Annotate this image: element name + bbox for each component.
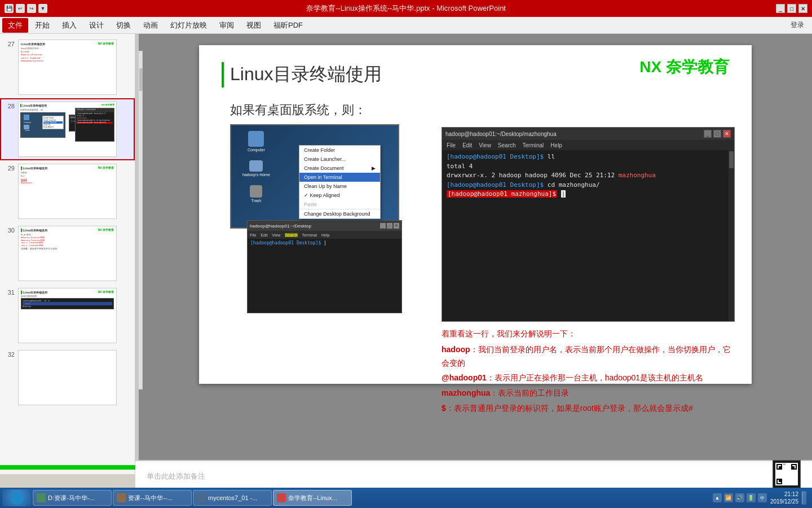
trash-icon-img <box>250 185 262 198</box>
tray-network-icon: 📶 <box>724 493 733 502</box>
ctx-change-bg[interactable]: Change Desktop Background <box>299 209 380 218</box>
slide-thumb-32[interactable]: 32 <box>0 347 135 409</box>
taskbar-app-vmware-label: mycentos7_01 -... <box>208 494 257 501</box>
term-small-menu: File Edit View Search Terminal Help <box>248 231 401 239</box>
term-menu-view[interactable]: View <box>272 233 280 237</box>
show-desktop-button[interactable] <box>802 491 806 505</box>
slide-canvas: Linux目录终端使用 NX 奈学教育 如果有桌面版系统，则： Computer <box>199 45 752 384</box>
slide-thumb-28[interactable]: 28 Linux目录终端使用 如果有桌面版系统，则： Computer Home <box>0 98 135 160</box>
brand-logo: NX 奈学教育 <box>639 56 729 78</box>
term-large-titlebar: hadoop@hadoop01:~/Desktop/mazhonghua _ □… <box>442 128 734 140</box>
menu-view[interactable]: 视图 <box>241 18 267 33</box>
trash-icon: Trash <box>242 185 270 203</box>
system-clock: 21:12 2019/12/25 <box>770 491 798 505</box>
menu-animation[interactable]: 动画 <box>138 18 164 33</box>
term-line-2: total 4 <box>447 162 730 172</box>
slide-thumb-31[interactable]: 31 Linux目录终端使用 命令行格式说明 [hadoop@hadoop01 … <box>0 284 135 347</box>
term-line-4: [hadoop@hadoop01 Desktop]$ cd mazhonghua… <box>447 181 730 190</box>
term-small-maximize[interactable]: □ <box>387 223 392 229</box>
ctx-create-launcher[interactable]: Create Launcher... <box>299 155 380 164</box>
term-menu-edit[interactable]: Edit <box>261 233 267 237</box>
term-large-menu-search[interactable]: Search <box>498 142 516 148</box>
term-large-close[interactable]: ✕ <box>723 130 731 138</box>
term-large-controls: _ □ ✕ <box>704 130 731 138</box>
term-small-close[interactable]: ✕ <box>394 223 399 229</box>
ctx-create-folder[interactable]: Create Folder <box>299 146 380 155</box>
anno-hadoop: hadoop：我们当前登录的用户名，表示当前那个用户在做操作，当你切换用户，它会… <box>442 343 735 370</box>
term-large-body: [hadoop@hadoop01 Desktop]$ ll total 4 dr… <box>442 150 734 321</box>
customize-icon[interactable]: ▼ <box>38 4 47 13</box>
term-small-minimize[interactable]: _ <box>380 223 386 229</box>
home-icon-img <box>249 160 263 172</box>
ctx-keep-aligned[interactable]: ✓ Keep Aligned <box>299 191 380 200</box>
menu-insert[interactable]: 插入 <box>56 18 82 33</box>
desktop-screenshot: Computer hadoop's Home Trash Cr <box>230 124 399 229</box>
slide-num-29: 29 <box>5 164 15 172</box>
window-title: 奈学教育--Linux操作系统--马中华.pptx - Microsoft Po… <box>306 3 506 14</box>
menu-design[interactable]: 设计 <box>83 18 109 33</box>
terminal-scrollbar[interactable] <box>729 150 734 321</box>
minimize-button[interactable]: _ <box>776 4 785 13</box>
annotation-text: 着重看这一行，我们来分解说明一下： hadoop：我们当前登录的用户名，表示当前… <box>442 327 735 415</box>
taskbar-right: ▲ 📶 🔊 🔋 中 21:12 2019/12/25 <box>713 491 810 505</box>
start-button[interactable] <box>2 489 32 506</box>
menu-file[interactable]: 文件 <box>2 18 28 33</box>
term-small-cursor[interactable]: | <box>324 240 326 246</box>
term-line-5: [hadoop@hadoop01 mazhonghua]$ | <box>447 190 730 199</box>
term-large-menu-terminal[interactable]: Terminal <box>523 142 544 148</box>
taskbar-app-folder2[interactable]: 资课--马中华--... <box>113 490 192 506</box>
term-large-maximize[interactable]: □ <box>713 130 721 138</box>
menu-review[interactable]: 审阅 <box>214 18 240 33</box>
taskbar-app-vmware[interactable]: mycentos7_01 -... <box>193 490 272 506</box>
term-menu-terminal[interactable]: Terminal <box>302 233 317 237</box>
term-menu-file[interactable]: File <box>250 233 256 237</box>
slide-thumbnail-29: Linux目录终端使用 ls命令： ls -l total 4 drwxrwxr… <box>18 164 117 219</box>
close-button[interactable]: ✕ <box>798 4 807 13</box>
term-large-menubar: File Edit View Search Terminal Help <box>442 140 734 150</box>
term-small-prompt: [hadoop@hadoop01 Desktop]$ <box>250 240 324 246</box>
term-large-menu-help[interactable]: Help <box>550 142 562 148</box>
term-menu-search[interactable]: Search <box>285 233 297 237</box>
taskbar-app-folder[interactable]: D:资课-马中华-... <box>33 490 112 506</box>
login-button[interactable]: 登录 <box>785 19 810 32</box>
taskbar-app-ppt[interactable]: 奈学教育--Linux... <box>273 490 352 506</box>
vmware-icon <box>197 493 206 502</box>
slide-main-title: Linux目录终端使用 <box>230 62 382 87</box>
menu-slideshow[interactable]: 幻灯片放映 <box>165 18 213 33</box>
menu-transition[interactable]: 切换 <box>111 18 136 33</box>
windows-logo-icon <box>10 491 24 505</box>
save-icon[interactable]: 💾 <box>5 4 14 13</box>
ctx-create-document[interactable]: Create Document▶ <box>299 164 380 173</box>
menu-start[interactable]: 开始 <box>29 18 55 33</box>
desktop-background: Computer hadoop's Home Trash Cr <box>231 125 398 227</box>
anno-heading: 着重看这一行，我们来分解说明一下： <box>442 327 735 341</box>
ctx-open-terminal[interactable]: Open in Terminal <box>299 173 380 182</box>
undo-icon[interactable]: ↩ <box>16 4 25 13</box>
term-small-titlebar: hadoop@hadoop01:~/Desktop _ □ ✕ <box>248 221 401 231</box>
quick-access-toolbar: 💾 ↩ ↪ ▼ <box>5 4 47 13</box>
slide-thumb-30[interactable]: 30 Linux目录终端使用 ls -al 命令： drwxr-xr-x. 3 … <box>0 222 135 284</box>
redo-icon[interactable]: ↪ <box>27 4 36 13</box>
term-large-menu-edit[interactable]: Edit <box>462 142 472 148</box>
term-large-menu-file[interactable]: File <box>447 142 456 148</box>
tray-icon-1: ▲ <box>713 493 722 502</box>
ctx-paste[interactable]: Paste <box>299 200 380 209</box>
anno-dollar: $：表示普通用户登录的标识符，如果是root账户登录，那么就会显示成# <box>442 402 735 415</box>
term-menu-help[interactable]: Help <box>321 233 329 237</box>
slide-thumbnail-27: Linux目录终端使用 linux目录操作命令： ls -l /etc/ drw… <box>18 40 117 95</box>
term-large-menu-view[interactable]: View <box>479 142 491 148</box>
anno-mazhonghua: mazhonghua：表示当前的工作目录 <box>442 387 735 400</box>
slide-thumbnail-31: Linux目录终端使用 命令行格式说明 [hadoop@hadoop01 ~]$… <box>18 288 117 343</box>
menu-foxitpdf[interactable]: 福昕PDF <box>268 18 308 33</box>
ctx-clean-up[interactable]: Clean Up by Name <box>299 182 380 191</box>
slide-thumb-27[interactable]: 27 Linux目录终端使用 linux目录操作命令： ls -l /etc/ … <box>0 36 135 98</box>
maximize-button[interactable]: □ <box>787 4 796 13</box>
slide-thumb-29[interactable]: 29 Linux目录终端使用 ls命令： ls -l total 4 drwxr… <box>0 160 135 222</box>
terminal-small: hadoop@hadoop01:~/Desktop _ □ ✕ File Edi… <box>247 220 402 313</box>
slide-num-27: 27 <box>5 40 15 47</box>
trash-icon-label: Trash <box>251 199 262 203</box>
notes-area[interactable]: 单击此处添加备注 NX <box>135 460 812 491</box>
windows-taskbar: D:资课-马中华-... 资课--马中华--... mycentos7_01 -… <box>0 488 812 508</box>
menu-bar: 文件 开始 插入 设计 切换 动画 幻灯片放映 审阅 视图 福昕PDF 登录 <box>0 17 812 34</box>
term-large-minimize[interactable]: _ <box>704 130 712 138</box>
